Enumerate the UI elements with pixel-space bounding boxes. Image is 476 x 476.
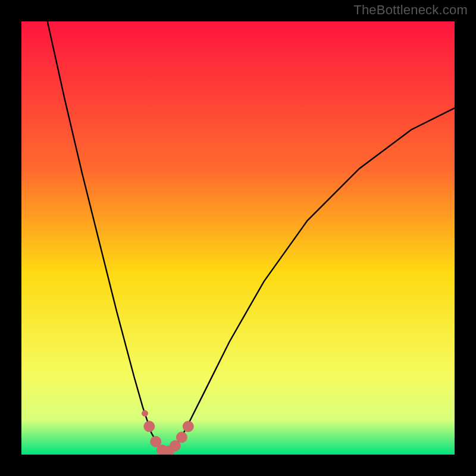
optimum-marker xyxy=(144,421,155,432)
bottleneck-curve-chart xyxy=(21,21,455,455)
optimum-marker xyxy=(142,411,148,416)
optimum-marker xyxy=(183,421,193,432)
chart-frame: TheBottleneck.com xyxy=(0,0,476,476)
optimum-marker xyxy=(176,432,187,443)
gradient-background xyxy=(21,21,455,455)
plot-area xyxy=(21,21,455,455)
watermark-text: TheBottleneck.com xyxy=(353,2,468,18)
